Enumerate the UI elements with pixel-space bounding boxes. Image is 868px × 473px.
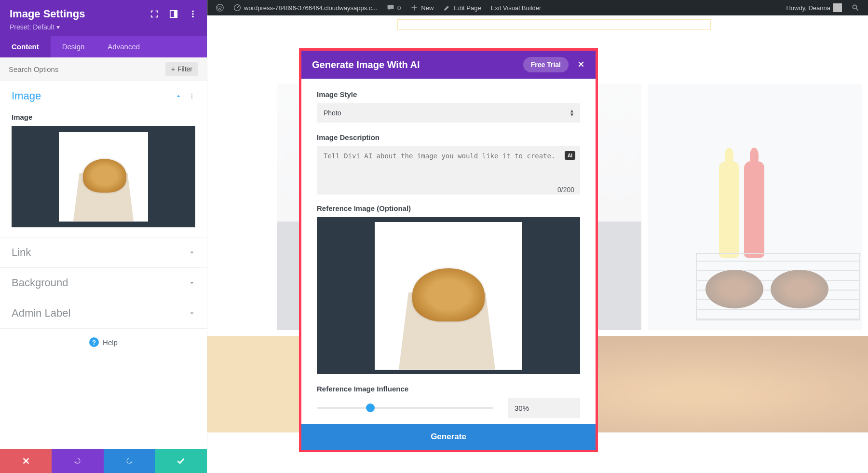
filter-button[interactable]: + Filter: [165, 62, 198, 76]
tab-content[interactable]: Content: [0, 36, 51, 57]
influence-slider-row: 30%: [317, 398, 580, 418]
site-link[interactable]: wordpress-784896-3766464.cloudwaysapps.c…: [229, 0, 382, 15]
svg-point-9: [191, 96, 192, 97]
ref-image-label: Reference Image (Optional): [317, 204, 580, 212]
plus-small-icon: +: [171, 65, 175, 73]
tab-advanced[interactable]: Advanced: [96, 36, 151, 57]
preset-label: Preset: Default: [10, 23, 54, 31]
pencil-icon: [443, 4, 451, 12]
panel-title: Image Settings: [10, 8, 85, 20]
image-style-label: Image Style: [317, 90, 580, 98]
section-image-title: Image: [12, 90, 41, 102]
section-background-title: Background: [12, 277, 68, 289]
modal-title: Generate Image With AI: [312, 59, 420, 70]
check-icon: [176, 457, 185, 465]
influence-slider[interactable]: [317, 407, 493, 409]
svg-rect-4: [174, 11, 177, 17]
new-link[interactable]: New: [406, 0, 438, 15]
comments-link[interactable]: 0: [382, 0, 406, 15]
ai-badge[interactable]: AI: [565, 151, 575, 160]
svg-point-5: [192, 11, 194, 13]
svg-point-7: [192, 16, 194, 18]
help-row[interactable]: ? Help: [0, 328, 207, 356]
wordpress-icon: [216, 4, 224, 12]
undo-icon: [73, 457, 82, 465]
slider-thumb[interactable]: [366, 403, 375, 412]
search-input[interactable]: [9, 65, 165, 73]
caret-down-icon: ▾: [56, 23, 60, 31]
chevron-down-icon: [189, 279, 195, 286]
search-icon: [852, 4, 859, 12]
chevron-up-icon: [175, 93, 182, 99]
howdy-label: Howdy, Deanna: [786, 4, 830, 12]
help-icon: ?: [89, 337, 99, 347]
modal-close-button[interactable]: [577, 59, 585, 70]
dock-icon[interactable]: [169, 10, 178, 18]
char-count: 0/200: [317, 186, 580, 194]
section-admin-title: Admin Label: [12, 307, 70, 320]
plus-icon: [410, 4, 418, 12]
settings-panel: Image Settings Preset: Default ▾ Content…: [0, 0, 207, 473]
filter-label: Filter: [177, 65, 192, 73]
edit-page-label: Edit Page: [454, 4, 481, 12]
panel-header: Image Settings Preset: Default ▾: [0, 0, 207, 36]
ref-influence-label: Reference Image Influence: [317, 385, 580, 393]
section-link-toggle[interactable]: Link: [0, 237, 207, 267]
svg-point-6: [192, 13, 194, 15]
exit-vb-label: Exit Visual Builder: [491, 4, 542, 12]
dashboard-icon: [233, 4, 241, 12]
kebab-small-icon[interactable]: [189, 93, 195, 99]
panel-tabs: Content Design Advanced: [0, 36, 207, 57]
generate-ai-modal: Generate Image With AI Free Trial Image …: [299, 48, 598, 452]
tab-design[interactable]: Design: [51, 36, 96, 57]
image-preview-slot[interactable]: [12, 126, 195, 227]
ref-image-slot[interactable]: [317, 217, 580, 374]
pretzel: [412, 268, 485, 321]
image-style-select[interactable]: Photo: [317, 103, 580, 123]
discard-button[interactable]: [0, 449, 52, 473]
comment-icon: [387, 4, 394, 12]
pretzel-image: [59, 132, 148, 222]
edit-page-link[interactable]: Edit Page: [438, 0, 486, 15]
pretzel-image-large: [375, 222, 522, 370]
undo-button[interactable]: [52, 449, 103, 473]
close-icon: [577, 60, 585, 68]
section-admin-toggle[interactable]: Admin Label: [0, 298, 207, 328]
free-trial-badge[interactable]: Free Trial: [523, 57, 569, 72]
modal-header: Generate Image With AI Free Trial: [301, 51, 596, 79]
image-desc-label: Image Description: [317, 133, 580, 141]
preset-selector[interactable]: Preset: Default ▾: [10, 23, 197, 31]
help-label: Help: [103, 338, 118, 347]
section-image-toggle[interactable]: Image: [0, 81, 207, 111]
site-url: wordpress-784896-3766464.cloudwaysapps.c…: [244, 4, 377, 12]
select-arrows-icon: ▲▼: [570, 109, 574, 117]
influence-value[interactable]: 30%: [508, 398, 580, 418]
svg-point-10: [191, 97, 192, 98]
wp-logo[interactable]: [211, 0, 229, 15]
chevron-down-icon: [189, 249, 195, 256]
comment-count: 0: [397, 4, 401, 12]
modal-body: Image Style Photo ▲▼ Image Description A…: [301, 79, 596, 424]
section-background-toggle[interactable]: Background: [0, 267, 207, 298]
svg-point-8: [191, 94, 192, 95]
avatar: [833, 3, 842, 12]
image-style-select-wrap: Photo ▲▼: [317, 103, 580, 123]
panel-actions: [0, 449, 207, 473]
save-button[interactable]: [155, 449, 207, 473]
pretzel: [83, 159, 126, 193]
wp-admin-bar: wordpress-784896-3766464.cloudwaysapps.c…: [207, 0, 868, 15]
generate-button[interactable]: Generate: [301, 424, 596, 450]
image-field-label: Image: [0, 111, 207, 126]
new-label: New: [421, 4, 434, 12]
close-icon: [22, 457, 30, 465]
howdy-link[interactable]: Howdy, Deanna: [781, 0, 847, 15]
kebab-icon[interactable]: [189, 10, 197, 18]
svg-point-2: [853, 5, 856, 9]
panel-body: Image Image Link Background Admin Label: [0, 81, 207, 449]
redo-button[interactable]: [104, 449, 155, 473]
exit-vb-link[interactable]: Exit Visual Builder: [486, 0, 546, 15]
section-link-title: Link: [12, 246, 31, 259]
redo-icon: [125, 457, 134, 465]
search-toggle[interactable]: [847, 0, 864, 15]
focus-icon[interactable]: [150, 10, 159, 18]
